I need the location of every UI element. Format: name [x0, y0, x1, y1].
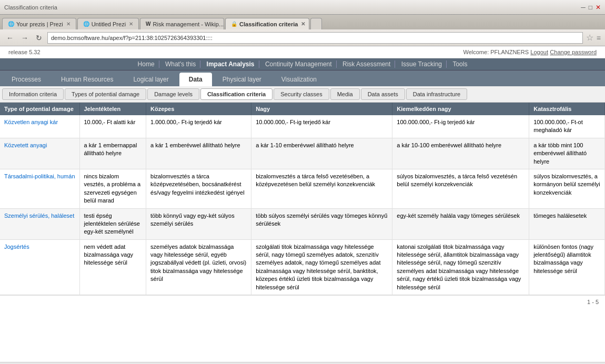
tab-visualization[interactable]: Visualization [272, 73, 326, 86]
logout-link[interactable]: Logout [530, 49, 548, 55]
row5-col2: nem védett adat bizalmassága vagy hitele… [79, 239, 146, 295]
pagination: 1 - 5 [0, 295, 605, 308]
browser-content: release 5.32 Welcome: PFLANZNERS Logout … [0, 46, 605, 362]
maximize-btn[interactable]: □ [589, 4, 592, 11]
main-tabs: Processes Human Resources Logical layer … [0, 70, 605, 86]
tab-icon-prezi: 🌐 [8, 21, 14, 27]
row3-type[interactable]: Társadalmi-politikai, humán [0, 169, 79, 208]
browser-toolbar: ← → ↻ ☆ ≡ [0, 29, 605, 46]
col-header-kiemelkedo: Kiemelkedően nagy [392, 103, 529, 115]
row5-col3: személyes adatok bizalmassága vagy hitel… [146, 239, 251, 295]
tab-label-wiki: Risk management - Wikip... [153, 21, 224, 27]
tab-label-untitled: Untitled Prezi [92, 21, 126, 27]
row4-col2: testi épség jelentéktelen sérülése egy-k… [79, 208, 146, 239]
row2-col6: a kár több mint 100 emberévwel állítható… [529, 138, 605, 169]
browser-tabs: 🌐 Your prezis | Prezi ✕ 🌐 Untitled Prezi… [0, 15, 605, 29]
tab-close-classification[interactable]: ✕ [301, 21, 305, 27]
table-row: Jogsértés nem védett adat bizalmassága v… [0, 239, 605, 295]
row3-col5: súlyos bizalomvesztés, a tárca felső vez… [392, 169, 529, 208]
col-header-nagy: Nagy [251, 103, 392, 115]
row1-col3: 1.000.000,- Ft-ig terjedő kár [146, 115, 251, 138]
tab-processes[interactable]: Processes [2, 73, 51, 86]
subtab-data-infrastructure[interactable]: Data infrastructure [406, 88, 467, 100]
subtab-types-damage[interactable]: Types of potential damage [65, 88, 146, 100]
row5-type[interactable]: Jogsértés [0, 239, 79, 295]
nav-continuity[interactable]: Continuity Management [261, 60, 337, 68]
subtab-damage-levels[interactable]: Damage levels [147, 88, 199, 100]
tab-new[interactable] [310, 18, 322, 29]
subtab-data-assets[interactable]: Data assets [361, 88, 405, 100]
tab-logical-layer[interactable]: Logical layer [124, 73, 178, 86]
row5-col5: katonai szolgálati titok bizalmassága va… [392, 239, 529, 295]
row1-type[interactable]: Közvetlen anyagi kár [0, 115, 79, 138]
data-table: Type of potential damage Jelentéktelen K… [0, 103, 605, 295]
row2-type[interactable]: Közvetett anyagi [0, 138, 79, 169]
row5-col6: különösen fontos (nagy jelentőségű) álla… [529, 239, 605, 295]
subtab-security-classes[interactable]: Security classes [274, 88, 329, 100]
table-row: Közvetlen anyagi kár 10.000,- Ft alatti … [0, 115, 605, 138]
nav-issue[interactable]: Issue Tracking [397, 60, 447, 68]
tab-data[interactable]: Data [179, 73, 212, 86]
row2-col3: a kár 1 emberévwel állítható helyre [146, 138, 251, 169]
app-header: release 5.32 Welcome: PFLANZNERS Logout … [0, 46, 605, 58]
row3-col3: bizalomvesztés a tárca középvezetésében,… [146, 169, 251, 208]
table-row: Közvetett anyagi a kár 1 embernappal áll… [0, 138, 605, 169]
row2-col2: a kár 1 embernappal állítható helyre [79, 138, 146, 169]
table-header-row: Type of potential damage Jelentéktelen K… [0, 103, 605, 115]
row3-col2: nincs bizalom vesztés, a probléma a szer… [79, 169, 146, 208]
tab-close-prezi[interactable]: ✕ [66, 21, 70, 27]
row3-col4: bizalomvesztés a tárca felső vezetésében… [251, 169, 392, 208]
back-button[interactable]: ← [4, 33, 16, 43]
nav-risk[interactable]: Risk Assessment [338, 60, 395, 68]
row4-col3: több könnyű vagy egy-két súlyos személyi… [146, 208, 251, 239]
close-btn[interactable]: ✕ [596, 4, 601, 11]
row5-col4: szolgálati titok bizalmassága vagy hitel… [251, 239, 392, 295]
forward-button[interactable]: → [19, 33, 31, 43]
minimize-btn[interactable]: ─ [581, 4, 586, 11]
refresh-button[interactable]: ↻ [34, 33, 44, 43]
col-header-katasztrofalis: Katasztrofális [529, 103, 605, 115]
nav-tools[interactable]: Tools [448, 60, 471, 68]
tab-classification[interactable]: 🔒 Classification criteria ✕ [225, 18, 309, 29]
row4-col5: egy-két személy halála vagy tömeges sérü… [392, 208, 529, 239]
tab-wiki[interactable]: W Risk management - Wikip... ✕ [140, 18, 224, 29]
row4-type[interactable]: Személyi sérülés, haláleset [0, 208, 79, 239]
nav-impact-analysis[interactable]: Impact Analysis [203, 60, 259, 68]
address-bar[interactable] [47, 32, 583, 44]
tab-label-prezi: Your prezis | Prezi [16, 21, 63, 27]
col-header-type: Type of potential damage [0, 103, 79, 115]
data-table-container: Type of potential damage Jelentéktelen K… [0, 103, 605, 308]
nav-bar: Home What's this Impact Analysis Continu… [0, 58, 605, 70]
subtab-info-criteria[interactable]: Information criteria [2, 88, 64, 100]
change-password-link[interactable]: Change password [550, 49, 597, 55]
tab-untitled[interactable]: 🌐 Untitled Prezi ✕ [77, 18, 139, 29]
tab-close-untitled[interactable]: ✕ [129, 21, 133, 27]
nav-home[interactable]: Home [134, 60, 159, 68]
nav-whats-this[interactable]: What's this [161, 60, 200, 68]
release-info: release 5.32 [8, 49, 41, 55]
table-row: Személyi sérülés, haláleset testi épség … [0, 208, 605, 239]
row1-col5: 100.000.000,- Ft-ig terjedő kár [392, 115, 529, 138]
tab-icon-untitled: 🌐 [83, 21, 89, 27]
tab-label-classification: Classification criteria [239, 21, 298, 27]
welcome-text: Welcome: PFLANZNERS [463, 49, 529, 55]
menu-icon[interactable]: ≡ [597, 34, 601, 42]
titlebar-text: Classification criteria [4, 4, 57, 11]
col-header-jelentektelen: Jelentéktelen [79, 103, 146, 115]
sub-tabs: Information criteria Types of potential … [0, 86, 605, 103]
horizontal-scrollbar[interactable] [0, 362, 605, 364]
row1-col2: 10.000,- Ft alatti kár [79, 115, 146, 138]
tab-icon-classification: 🔒 [231, 21, 237, 27]
tab-human-resources[interactable]: Human Resources [52, 73, 123, 86]
table-row: Társadalmi-politikai, humán nincs bizalo… [0, 169, 605, 208]
col-header-kozepes: Közepes [146, 103, 251, 115]
row2-col4: a kár 1-10 emberévwel állítható helyre [251, 138, 392, 169]
subtab-classification[interactable]: Classification criteria [200, 88, 273, 100]
subtab-media[interactable]: Media [330, 88, 360, 100]
tab-prezi[interactable]: 🌐 Your prezis | Prezi ✕ [2, 18, 76, 29]
tab-physical-layer[interactable]: Physical layer [213, 73, 271, 86]
row2-col5: a kár 10-100 emberévwel állítható helyre [392, 138, 529, 169]
row3-col6: súlyos bizalomvesztés, a kormányon belül… [529, 169, 605, 208]
bookmark-icon[interactable]: ☆ [586, 33, 593, 43]
user-area: Welcome: PFLANZNERS Logout Change passwo… [463, 48, 597, 56]
